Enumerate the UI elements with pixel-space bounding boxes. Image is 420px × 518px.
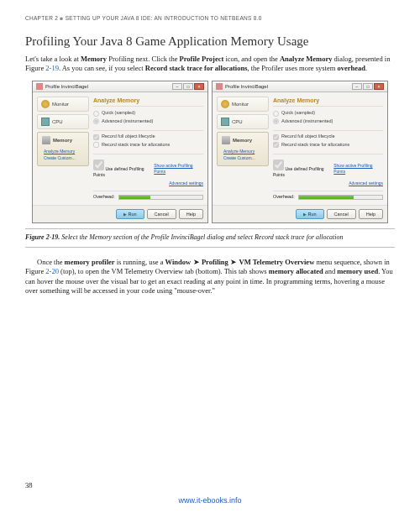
netbeans-icon — [36, 83, 43, 90]
minimize-button[interactable]: – — [352, 83, 362, 90]
help-button[interactable]: Help — [359, 209, 383, 219]
nav-monitor[interactable]: Monitor — [217, 97, 269, 112]
window-buttons: – □ × — [352, 83, 384, 90]
menu-arrow-icon: ➤ — [191, 258, 202, 266]
nav-cpu[interactable]: CPU — [217, 114, 269, 129]
separator-glyph: ■ — [60, 15, 63, 21]
radio-quick[interactable]: Quick (sampled) — [273, 110, 383, 116]
dialog-title: Profile InvinciBagel — [225, 83, 268, 90]
nav-sub-analyze[interactable]: Analyze Memory — [223, 149, 255, 154]
cpu-icon — [221, 118, 229, 126]
nav-monitor[interactable]: Monitor — [37, 97, 89, 112]
overhead-bar — [298, 195, 383, 200]
dialog-titlebar: Profile InvinciBagel – □ × — [213, 81, 387, 92]
dialog-nav: Monitor CPU Memory Analyze Memory Create… — [217, 97, 269, 201]
chapter-prefix: CHAPTER 2 — [25, 15, 58, 21]
checkbox-lifecycle[interactable]: Record full object lifecycle — [273, 133, 383, 139]
chapter-title: SETTING UP YOUR JAVA 8 IDE: AN INTRODUCT… — [66, 15, 262, 21]
window-buttons: – □ × — [172, 83, 204, 90]
checkbox-stacktrace[interactable]: Record stack trace for allocations — [273, 142, 383, 148]
footer-link: www.it-ebooks.info — [25, 495, 395, 505]
nav-sub-create[interactable]: Create Custom... — [223, 155, 255, 161]
nav-sub-analyze[interactable]: Analyze Memory — [44, 149, 76, 154]
pane-title: Analyze Memory — [273, 97, 383, 107]
cpu-icon — [41, 118, 50, 126]
page-number: 38 — [25, 481, 395, 490]
run-button[interactable]: ▶ Run — [116, 209, 144, 219]
cancel-button[interactable]: Cancel — [147, 209, 176, 219]
figure-xref-2-19[interactable]: 2-19 — [45, 64, 59, 72]
figure-xref-2-20[interactable]: 2-20 — [45, 267, 59, 275]
monitor-icon — [41, 100, 50, 108]
figure-2-19: Profile InvinciBagel – □ × Monitor CPU — [25, 81, 395, 223]
nav-cpu[interactable]: CPU — [37, 114, 89, 129]
netbeans-icon — [216, 83, 223, 90]
dialog-titlebar: Profile InvinciBagel – □ × — [33, 81, 207, 92]
nav-memory[interactable]: Memory Analyze Memory Create Custom... — [217, 132, 269, 166]
overhead-row: Overhead: — [273, 191, 383, 200]
checkbox-profiling-points[interactable]: Use defined Profiling Points — [273, 160, 333, 178]
pane-title: Analyze Memory — [93, 97, 203, 107]
close-button[interactable]: × — [194, 83, 204, 90]
nav-memory[interactable]: Memory Analyze Memory Create Custom... — [37, 132, 89, 166]
radio-quick[interactable]: Quick (sampled) — [93, 110, 203, 116]
intro-paragraph: Let's take a look at Memory Profiling ne… — [25, 55, 395, 74]
section-title: Profiling Your Java 8 Game Application M… — [25, 33, 395, 50]
radio-advanced[interactable]: Advanced (instrumented) — [273, 118, 383, 124]
help-button[interactable]: Help — [179, 209, 203, 219]
run-button[interactable]: ▶ Run — [296, 209, 324, 219]
checkbox-lifecycle[interactable]: Record full object lifecycle — [93, 133, 203, 139]
maximize-button[interactable]: □ — [183, 83, 193, 90]
followup-paragraph: Once the memory profiler is running, use… — [25, 258, 395, 296]
link-advanced-settings[interactable]: Advanced settings — [169, 181, 203, 186]
profile-dialog-right: Profile InvinciBagel – □ × Monitor CPU — [212, 81, 388, 223]
figure-caption: Figure 2-19. Select the Memory section o… — [25, 228, 395, 248]
link-show-points[interactable]: Show active Profiling Points — [154, 163, 203, 175]
link-advanced-settings[interactable]: Advanced settings — [349, 181, 383, 186]
checkbox-stacktrace[interactable]: Record stack trace for allocations — [93, 142, 203, 148]
nav-sub-create[interactable]: Create Custom... — [44, 155, 76, 161]
monitor-icon — [221, 100, 229, 108]
cancel-button[interactable]: Cancel — [327, 209, 356, 219]
checkbox-profiling-points[interactable]: Use defined Profiling Points — [93, 160, 154, 178]
radio-advanced[interactable]: Advanced (instrumented) — [93, 118, 203, 124]
maximize-button[interactable]: □ — [363, 83, 373, 90]
close-button[interactable]: × — [374, 83, 384, 90]
profile-dialog-left: Profile InvinciBagel – □ × Monitor CPU — [32, 81, 208, 223]
overhead-bar — [118, 195, 203, 200]
chapter-header: CHAPTER 2 ■ SETTING UP YOUR JAVA 8 IDE: … — [25, 15, 395, 23]
ebook-url[interactable]: www.it-ebooks.info — [178, 496, 241, 505]
overhead-row: Overhead: — [93, 191, 203, 200]
figure-caption-text: Select the Memory section of the Profile… — [61, 233, 343, 241]
minimize-button[interactable]: – — [172, 83, 182, 90]
memory-icon — [222, 136, 230, 144]
dialog-title: Profile InvinciBagel — [45, 83, 88, 90]
menu-arrow-icon: ➤ — [228, 258, 239, 266]
link-show-points[interactable]: Show active Profiling Points — [333, 163, 383, 175]
figure-number: Figure 2-19. — [25, 233, 60, 241]
memory-icon — [42, 136, 50, 144]
dialog-nav: Monitor CPU Memory Analyze Memory Create… — [37, 97, 89, 201]
